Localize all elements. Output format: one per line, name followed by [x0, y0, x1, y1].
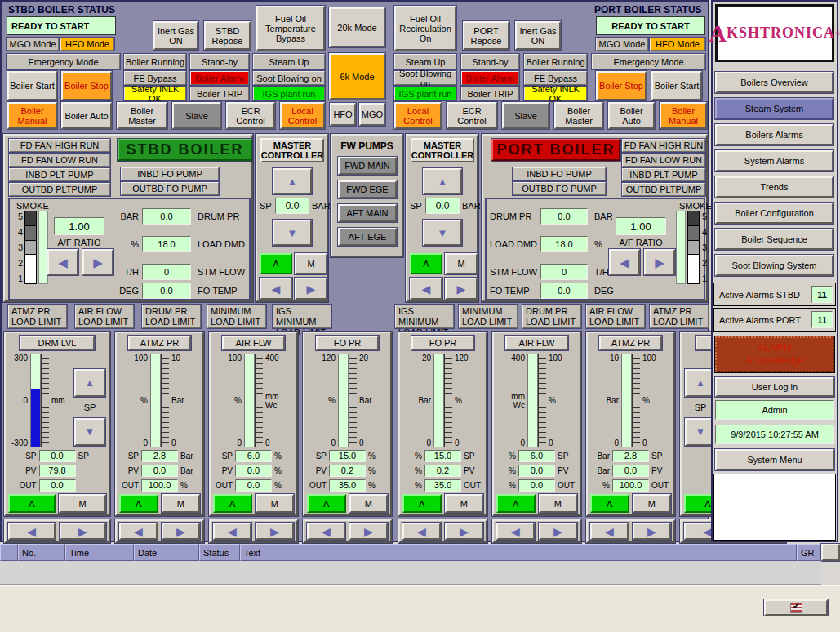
- mgo-button[interactable]: MGO: [359, 103, 385, 126]
- port-boiler-master-button[interactable]: Boiler Master: [554, 102, 603, 129]
- stbd-boiler-master-button[interactable]: Boiler Master: [117, 102, 167, 129]
- stbd-master-sp-down-button[interactable]: ▼: [273, 220, 312, 246]
- gauge-manual-button[interactable]: M: [445, 494, 484, 513]
- port-igs-minimum-load-limit[interactable]: IGS MINIMUM LOAD LIMIT: [395, 305, 454, 328]
- gauge-manual-button[interactable]: M: [633, 494, 672, 513]
- gauge-auto-button[interactable]: A: [8, 494, 56, 513]
- fwd-main-pump-button[interactable]: FWD MAIN: [338, 157, 397, 175]
- gauge-title-button[interactable]: ATMZ PR: [599, 336, 662, 350]
- stbd-boiler-start-button[interactable]: Boiler Start: [7, 71, 57, 100]
- gauge-manual-button[interactable]: M: [59, 494, 106, 513]
- gauge-title-button[interactable]: ATMZ PR: [128, 336, 191, 350]
- gauge-next-button[interactable]: ▶: [633, 523, 671, 540]
- port-drum-pr-load-limit[interactable]: DRUM PR LOAD LIMIT: [522, 305, 581, 328]
- nav-trends[interactable]: Trends: [715, 176, 833, 198]
- aft-main-pump-button[interactable]: AFT MAIN: [338, 204, 397, 222]
- port-local-control-button[interactable]: Local Control: [394, 102, 442, 129]
- stbd-boiler-auto-button[interactable]: Boiler Auto: [61, 102, 112, 129]
- gauge-auto-button[interactable]: A: [307, 494, 346, 513]
- stbd-minimum-load-limit[interactable]: MINIMUM LOAD LIMIT: [207, 305, 266, 328]
- gauge-next-button[interactable]: ▶: [60, 523, 107, 540]
- port-minimum-load-limit[interactable]: MINIMUM LOAD LIMIT: [459, 305, 518, 328]
- port-master-sp-down-button[interactable]: ▼: [423, 220, 462, 246]
- alarm-acknowledge-button[interactable]: ALARM Acknowledge: [715, 336, 834, 372]
- gauge-title-button[interactable]: FO PR: [411, 336, 474, 350]
- port-master-right-button[interactable]: ▶: [445, 278, 478, 300]
- hfo-button[interactable]: HFO: [330, 103, 356, 126]
- stbd-local-control-button[interactable]: Local Control: [280, 102, 325, 129]
- alarm-col-no[interactable]: No.: [18, 544, 65, 561]
- gauge-auto-button[interactable]: A: [213, 494, 252, 513]
- gauge-title-button[interactable]: AIR FLW: [222, 336, 285, 350]
- stbd-fuel-oil-temp-bypass-button[interactable]: Fuel Oil Temperature Bypass: [256, 6, 325, 51]
- gauge-next-button[interactable]: ▶: [445, 523, 483, 540]
- stbd-slave-button[interactable]: Slave: [172, 102, 221, 129]
- stbd-inert-gas-button[interactable]: Inert Gas ON: [153, 21, 198, 50]
- alarm-col-status[interactable]: Status: [199, 544, 240, 561]
- gauge-prev-button[interactable]: ◀: [213, 523, 251, 540]
- port-boiler-manual-button[interactable]: Boiler Manual: [660, 102, 707, 129]
- gauge-next-button[interactable]: ▶: [349, 523, 388, 540]
- nav-soot-blowing-system[interactable]: Soot Blowing System: [715, 255, 833, 276]
- port-boiler-auto-button[interactable]: Boiler Auto: [608, 102, 655, 129]
- port-boiler-start-button[interactable]: Boiler Start: [651, 71, 702, 100]
- gauge-prev-button[interactable]: ◀: [496, 523, 535, 540]
- gauge-next-button[interactable]: ▶: [162, 523, 200, 540]
- nav-boiler-sequence[interactable]: Boiler Sequence: [715, 229, 833, 250]
- alarm-col-text[interactable]: Text: [240, 544, 797, 561]
- stbd-af-increase-button[interactable]: ▶: [82, 249, 113, 275]
- gauge-auto-button[interactable]: A: [590, 494, 629, 513]
- system-menu-button[interactable]: System Menu: [715, 449, 834, 470]
- fwd-ege-pump-button[interactable]: FWD EGE: [338, 180, 397, 198]
- user-login-button[interactable]: User Log in: [715, 377, 834, 397]
- gauge-auto-button[interactable]: A: [402, 494, 442, 513]
- gauge-prev-button[interactable]: ◀: [8, 523, 56, 540]
- stbd-af-decrease-button[interactable]: ◀: [47, 249, 78, 275]
- port-air-flow-load-limit[interactable]: AIR FLOW LOAD LIMIT: [586, 305, 645, 328]
- stbd-boiler-stop-button[interactable]: Boiler Stop: [61, 71, 112, 100]
- gauge-sp-down-button[interactable]: ▼: [74, 418, 105, 446]
- gauge-auto-button[interactable]: A: [119, 494, 158, 513]
- stbd-air-flow-load-limit[interactable]: AIR FLOW LOAD LIMIT: [75, 305, 134, 328]
- alarm-col-time[interactable]: Time: [65, 544, 134, 561]
- port-slave-button[interactable]: Slave: [502, 102, 549, 129]
- stbd-master-sp-up-button[interactable]: ▲: [273, 168, 312, 194]
- nav-boilers-alarms[interactable]: Boilers Alarms: [715, 124, 833, 145]
- gauge-title-button[interactable]: DRM LVL: [20, 336, 96, 350]
- gauge-prev-button[interactable]: ◀: [119, 523, 158, 540]
- stbd-master-auto-button[interactable]: A: [260, 253, 292, 274]
- stbd-atmz-pr-load-limit[interactable]: ATMZ PR LOAD LIMIT: [8, 305, 67, 328]
- nav-steam-system[interactable]: Steam System: [715, 98, 833, 119]
- port-master-auto-button[interactable]: A: [410, 253, 442, 274]
- gauge-sp-up-button[interactable]: ▲: [74, 369, 105, 397]
- stbd-ecr-control-button[interactable]: ECR Control: [226, 102, 275, 129]
- gauge-title-button[interactable]: AIR FLW: [505, 336, 568, 350]
- stbd-drum-pr-load-limit[interactable]: DRUM PR LOAD LIMIT: [142, 305, 201, 328]
- mode-6k-button[interactable]: 6k Mode: [329, 53, 385, 100]
- port-master-manual-button[interactable]: M: [445, 253, 478, 274]
- gauge-manual-button[interactable]: M: [256, 494, 295, 513]
- port-boiler-stop-button[interactable]: Boiler Stop: [596, 71, 647, 100]
- gauge-manual-button[interactable]: M: [162, 494, 201, 513]
- gauge-prev-button[interactable]: ◀: [402, 523, 441, 540]
- stbd-boiler-manual-button[interactable]: Boiler Manual: [7, 102, 57, 129]
- alarm-list-area[interactable]: [0, 561, 821, 585]
- gauge-prev-button[interactable]: ◀: [590, 523, 629, 540]
- aft-ege-pump-button[interactable]: AFT EGE: [338, 228, 397, 246]
- nav-system-alarms[interactable]: System Alarms: [715, 150, 833, 171]
- gauge-prev-button[interactable]: ◀: [307, 523, 345, 540]
- gauge-auto-button[interactable]: A: [496, 494, 536, 513]
- port-ecr-control-button[interactable]: ECR Control: [447, 102, 497, 129]
- nav-boiler-configuration[interactable]: Boiler Configuration: [715, 203, 833, 224]
- port-fuel-oil-recirculation-button[interactable]: Fuel Oil Recirculation On: [394, 6, 456, 51]
- stbd-repose-button[interactable]: STBD Repose: [204, 21, 251, 50]
- port-af-increase-button[interactable]: ▶: [644, 249, 675, 275]
- port-af-decrease-button[interactable]: ◀: [609, 249, 640, 275]
- gauge-manual-button[interactable]: M: [539, 494, 578, 513]
- alarm-col-date[interactable]: Date: [134, 544, 199, 561]
- gauge-title-button[interactable]: FO PR: [316, 336, 379, 350]
- stbd-igs-minimum-load-limit[interactable]: IGS MINIMUM LOAD LIMIT: [273, 305, 331, 328]
- port-master-left-button[interactable]: ◀: [410, 278, 442, 300]
- port-master-sp-up-button[interactable]: ▲: [423, 168, 462, 194]
- port-atmz-pr-load-limit[interactable]: ATMZ PR LOAD LIMIT: [650, 305, 709, 328]
